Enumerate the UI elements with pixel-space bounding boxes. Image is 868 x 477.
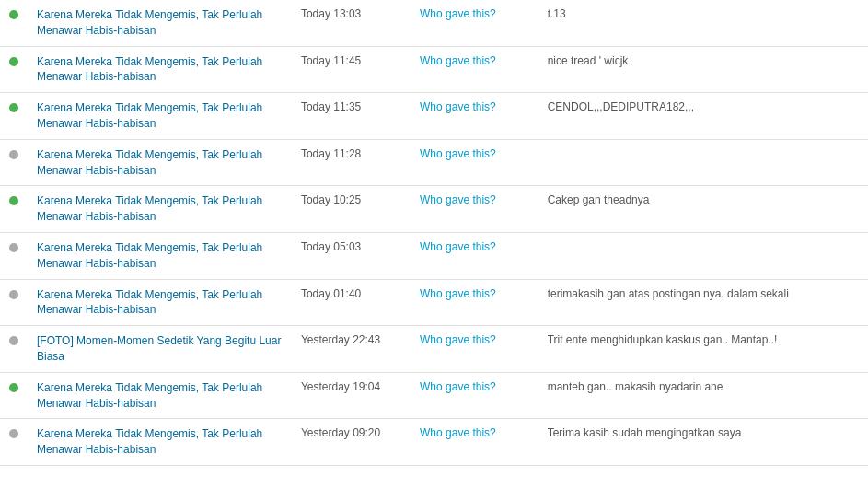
time-cell: Yesterday 22:43 bbox=[292, 326, 411, 373]
table-row: Karena Mereka Tidak Mengemis, Tak Perlul… bbox=[0, 372, 868, 419]
green-indicator bbox=[9, 383, 18, 392]
reputation-table: Karena Mereka Tidak Mengemis, Tak Perlul… bbox=[0, 0, 868, 466]
who-gave-link[interactable]: Who gave this? bbox=[420, 7, 496, 20]
time-cell: Today 11:35 bbox=[292, 93, 411, 140]
title-cell: Karena Mereka Tidak Mengemis, Tak Perlul… bbox=[28, 279, 292, 326]
table-row: Karena Mereka Tidak Mengemis, Tak Perlul… bbox=[0, 46, 868, 93]
who-gave-cell: Who gave this? bbox=[411, 0, 538, 46]
indicator-cell bbox=[0, 326, 28, 373]
main-table-container: Karena Mereka Tidak Mengemis, Tak Perlul… bbox=[0, 0, 868, 466]
who-gave-link[interactable]: Who gave this? bbox=[420, 333, 496, 346]
gray-indicator bbox=[9, 243, 18, 252]
gray-indicator bbox=[9, 290, 18, 299]
who-gave-link[interactable]: Who gave this? bbox=[420, 287, 496, 300]
table-row: Karena Mereka Tidak Mengemis, Tak Perlul… bbox=[0, 279, 868, 326]
table-row: Karena Mereka Tidak Mengemis, Tak Perlul… bbox=[0, 419, 868, 466]
who-gave-cell: Who gave this? bbox=[411, 186, 538, 233]
title-cell: Karena Mereka Tidak Mengemis, Tak Perlul… bbox=[28, 0, 292, 46]
green-indicator bbox=[9, 10, 18, 19]
who-gave-link[interactable]: Who gave this? bbox=[420, 240, 496, 253]
title-cell: Karena Mereka Tidak Mengemis, Tak Perlul… bbox=[28, 93, 292, 140]
comment-cell: Cakep gan theadnya bbox=[538, 186, 868, 233]
thread-title-link[interactable]: [FOTO] Momen-Momen Sedetik Yang Begitu L… bbox=[37, 334, 281, 363]
who-gave-link[interactable]: Who gave this? bbox=[420, 380, 496, 393]
time-cell: Today 11:28 bbox=[292, 139, 411, 186]
indicator-cell bbox=[0, 0, 28, 46]
title-cell: Karena Mereka Tidak Mengemis, Tak Perlul… bbox=[28, 232, 292, 279]
table-row: Karena Mereka Tidak Mengemis, Tak Perlul… bbox=[0, 186, 868, 233]
table-row: Karena Mereka Tidak Mengemis, Tak Perlul… bbox=[0, 0, 868, 46]
who-gave-cell: Who gave this? bbox=[411, 232, 538, 279]
who-gave-link[interactable]: Who gave this? bbox=[420, 147, 496, 160]
indicator-cell bbox=[0, 186, 28, 233]
thread-title-link[interactable]: Karena Mereka Tidak Mengemis, Tak Perlul… bbox=[37, 101, 262, 130]
comment-cell bbox=[538, 232, 868, 279]
who-gave-link[interactable]: Who gave this? bbox=[420, 426, 496, 439]
comment-cell: CENDOL,,,DEDIPUTRA182,,, bbox=[538, 93, 868, 140]
comment-cell: Terima kasih sudah mengingatkan saya bbox=[538, 419, 868, 466]
green-indicator bbox=[9, 57, 18, 66]
gray-indicator bbox=[9, 336, 18, 345]
thread-title-link[interactable]: Karena Mereka Tidak Mengemis, Tak Perlul… bbox=[37, 8, 262, 37]
table-row: Karena Mereka Tidak Mengemis, Tak Perlul… bbox=[0, 232, 868, 279]
thread-title-link[interactable]: Karena Mereka Tidak Mengemis, Tak Perlul… bbox=[37, 241, 262, 270]
time-cell: Today 11:45 bbox=[292, 46, 411, 93]
green-indicator bbox=[9, 103, 18, 112]
title-cell: [FOTO] Momen-Momen Sedetik Yang Begitu L… bbox=[28, 326, 292, 373]
comment-cell: nice tread ' wicjk bbox=[538, 46, 868, 93]
green-indicator bbox=[9, 196, 18, 205]
thread-title-link[interactable]: Karena Mereka Tidak Mengemis, Tak Perlul… bbox=[37, 194, 262, 223]
comment-cell: t.13 bbox=[538, 0, 868, 46]
who-gave-cell: Who gave this? bbox=[411, 93, 538, 140]
who-gave-link[interactable]: Who gave this? bbox=[420, 100, 496, 113]
thread-title-link[interactable]: Karena Mereka Tidak Mengemis, Tak Perlul… bbox=[37, 427, 262, 456]
table-row: Karena Mereka Tidak Mengemis, Tak Perlul… bbox=[0, 139, 868, 186]
indicator-cell bbox=[0, 93, 28, 140]
title-cell: Karena Mereka Tidak Mengemis, Tak Perlul… bbox=[28, 139, 292, 186]
thread-title-link[interactable]: Karena Mereka Tidak Mengemis, Tak Perlul… bbox=[37, 148, 262, 177]
time-cell: Today 05:03 bbox=[292, 232, 411, 279]
title-cell: Karena Mereka Tidak Mengemis, Tak Perlul… bbox=[28, 419, 292, 466]
time-cell: Today 10:25 bbox=[292, 186, 411, 233]
table-row: Karena Mereka Tidak Mengemis, Tak Perlul… bbox=[0, 93, 868, 140]
indicator-cell bbox=[0, 139, 28, 186]
who-gave-cell: Who gave this? bbox=[411, 279, 538, 326]
gray-indicator bbox=[9, 150, 18, 159]
thread-title-link[interactable]: Karena Mereka Tidak Mengemis, Tak Perlul… bbox=[37, 381, 262, 410]
who-gave-cell: Who gave this? bbox=[411, 46, 538, 93]
thread-title-link[interactable]: Karena Mereka Tidak Mengemis, Tak Perlul… bbox=[37, 55, 262, 84]
indicator-cell bbox=[0, 419, 28, 466]
who-gave-link[interactable]: Who gave this? bbox=[420, 54, 496, 67]
indicator-cell bbox=[0, 279, 28, 326]
who-gave-cell: Who gave this? bbox=[411, 419, 538, 466]
comment-cell bbox=[538, 139, 868, 186]
comment-cell: terimakasih gan atas postingan nya, dala… bbox=[538, 279, 868, 326]
time-cell: Yesterday 09:20 bbox=[292, 419, 411, 466]
comment-cell: manteb gan.. makasih nyadarin ane bbox=[538, 372, 868, 419]
who-gave-cell: Who gave this? bbox=[411, 372, 538, 419]
title-cell: Karena Mereka Tidak Mengemis, Tak Perlul… bbox=[28, 186, 292, 233]
indicator-cell bbox=[0, 46, 28, 93]
time-cell: Today 13:03 bbox=[292, 0, 411, 46]
time-cell: Today 01:40 bbox=[292, 279, 411, 326]
title-cell: Karena Mereka Tidak Mengemis, Tak Perlul… bbox=[28, 46, 292, 93]
comment-cell: Trit ente menghidupkan kaskus gan.. Mant… bbox=[538, 326, 868, 373]
thread-title-link[interactable]: Karena Mereka Tidak Mengemis, Tak Perlul… bbox=[37, 288, 262, 317]
gray-indicator bbox=[9, 429, 18, 438]
who-gave-cell: Who gave this? bbox=[411, 139, 538, 186]
indicator-cell bbox=[0, 372, 28, 419]
time-cell: Yesterday 19:04 bbox=[292, 372, 411, 419]
who-gave-link[interactable]: Who gave this? bbox=[420, 193, 496, 206]
title-cell: Karena Mereka Tidak Mengemis, Tak Perlul… bbox=[28, 372, 292, 419]
indicator-cell bbox=[0, 232, 28, 279]
who-gave-cell: Who gave this? bbox=[411, 326, 538, 373]
table-row: [FOTO] Momen-Momen Sedetik Yang Begitu L… bbox=[0, 326, 868, 373]
